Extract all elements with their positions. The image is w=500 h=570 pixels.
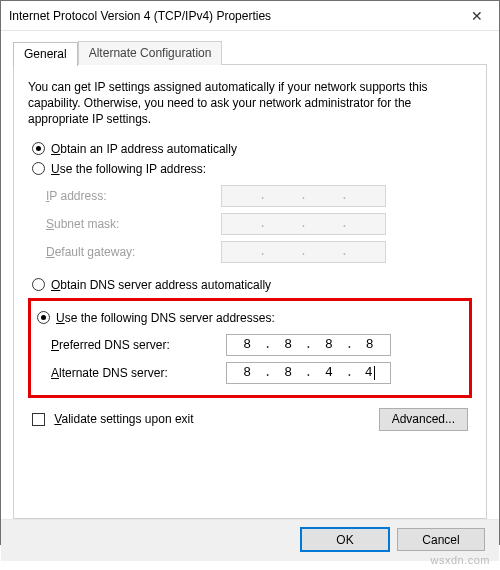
radio-dns-manual-label: Use the following DNS server addresses: bbox=[56, 311, 275, 325]
row-preferred-dns: Preferred DNS server: 8. 8. 8. 8 bbox=[51, 331, 461, 359]
radio-icon bbox=[32, 142, 45, 155]
dns-fields: Preferred DNS server: 8. 8. 8. 8 Alterna… bbox=[51, 331, 461, 387]
close-icon: ✕ bbox=[471, 8, 483, 24]
label-gateway: Default gateway: bbox=[46, 245, 221, 259]
input-subnet: ... bbox=[221, 213, 386, 235]
dialog-button-bar: OK Cancel bbox=[1, 519, 499, 561]
watermark: wsxdn.com bbox=[430, 554, 490, 566]
checkbox-icon bbox=[32, 413, 45, 426]
radio-dns-auto[interactable]: Obtain DNS server address automatically bbox=[32, 278, 472, 292]
validate-label: Validate settings upon exit bbox=[54, 412, 193, 426]
label-ip-address: IP address: bbox=[46, 189, 221, 203]
label-preferred-dns: Preferred DNS server: bbox=[51, 338, 226, 352]
radio-ip-manual[interactable]: Use the following IP address: bbox=[32, 162, 472, 176]
close-button[interactable]: ✕ bbox=[454, 1, 499, 31]
cancel-button[interactable]: Cancel bbox=[397, 528, 485, 551]
highlight-box: Use the following DNS server addresses: … bbox=[28, 298, 472, 398]
text-cursor bbox=[374, 366, 375, 380]
tabpanel-general: You can get IP settings assigned automat… bbox=[13, 64, 487, 519]
input-gateway: ... bbox=[221, 241, 386, 263]
input-alternate-dns[interactable]: 8. 8. 4. 4 bbox=[226, 362, 391, 384]
validate-checkbox-row[interactable]: Validate settings upon exit bbox=[32, 412, 194, 426]
radio-dns-manual[interactable]: Use the following DNS server addresses: bbox=[37, 311, 467, 325]
bottom-row: Validate settings upon exit Advanced... bbox=[32, 408, 468, 431]
label-subnet: Subnet mask: bbox=[46, 217, 221, 231]
window-title: Internet Protocol Version 4 (TCP/IPv4) P… bbox=[9, 9, 454, 23]
input-ip-address: ... bbox=[221, 185, 386, 207]
radio-ip-auto[interactable]: Obtain an IP address automatically bbox=[32, 142, 472, 156]
advanced-button-label: Advanced... bbox=[392, 412, 455, 426]
titlebar[interactable]: Internet Protocol Version 4 (TCP/IPv4) P… bbox=[1, 1, 499, 31]
row-gateway: Default gateway: ... bbox=[46, 238, 466, 266]
radio-ip-auto-label: Obtain an IP address automatically bbox=[51, 142, 237, 156]
content-area: General Alternate Configuration You can … bbox=[1, 31, 499, 519]
row-subnet: Subnet mask: ... bbox=[46, 210, 466, 238]
tab-alternate[interactable]: Alternate Configuration bbox=[78, 41, 223, 65]
label-alternate-dns: Alternate DNS server: bbox=[51, 366, 226, 380]
tabstrip: General Alternate Configuration bbox=[13, 41, 487, 65]
cancel-button-label: Cancel bbox=[422, 533, 459, 547]
tab-alternate-label: Alternate Configuration bbox=[89, 46, 212, 60]
tab-general-label: General bbox=[24, 47, 67, 61]
tab-general[interactable]: General bbox=[13, 42, 78, 66]
ip-fields: IP address: ... Subnet mask: ... Default… bbox=[46, 182, 466, 266]
row-ip-address: IP address: ... bbox=[46, 182, 466, 210]
advanced-button[interactable]: Advanced... bbox=[379, 408, 468, 431]
radio-icon bbox=[32, 162, 45, 175]
row-alternate-dns: Alternate DNS server: 8. 8. 4. 4 bbox=[51, 359, 461, 387]
input-preferred-dns[interactable]: 8. 8. 8. 8 bbox=[226, 334, 391, 356]
radio-ip-manual-label: Use the following IP address: bbox=[51, 162, 206, 176]
intro-text: You can get IP settings assigned automat… bbox=[28, 79, 472, 128]
ok-button-label: OK bbox=[336, 533, 353, 547]
radio-dns-auto-label: Obtain DNS server address automatically bbox=[51, 278, 271, 292]
radio-icon bbox=[32, 278, 45, 291]
ok-button[interactable]: OK bbox=[301, 528, 389, 551]
dialog-window: Internet Protocol Version 4 (TCP/IPv4) P… bbox=[0, 0, 500, 545]
radio-icon bbox=[37, 311, 50, 324]
